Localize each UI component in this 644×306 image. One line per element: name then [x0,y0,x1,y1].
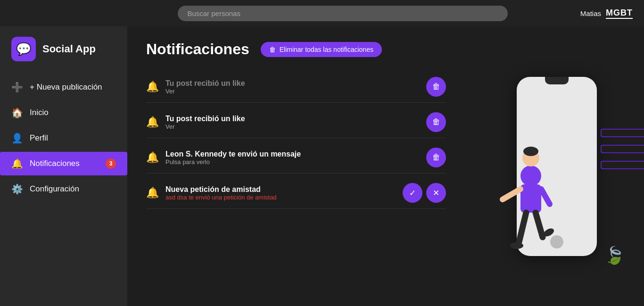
notification-item: 🔔 Nueva petición de amistad asd dsa te e… [146,177,446,209]
bell-icon: 🔔 [146,187,159,199]
user-logo: MGBT [606,8,633,19]
search-input[interactable] [178,6,508,21]
notif-actions: 🗑 [426,148,446,167]
phone-illustration: 🍃 [484,67,625,265]
bell-icon: 🔔 [146,151,159,164]
svg-line-4 [503,189,520,199]
notifications-badge: 3 [106,158,116,169]
user-area: Matias MGBT [580,8,633,19]
content-header: Notificaciones 🗑 Eliminar todas las noti… [146,41,446,58]
reject-friend-request-button[interactable]: ✕ [426,183,446,203]
notif-subtitle: asd dsa te envió una petición de amistad [165,194,396,201]
notification-item: 🔔 Tu post recibió un like Ver 🗑 [146,71,446,103]
phone-line [601,129,644,137]
accept-friend-request-button[interactable]: ✓ [403,183,422,203]
svg-point-0 [520,165,541,186]
clear-all-button[interactable]: 🗑 Eliminar todas las notificaciones [261,42,382,57]
phone-line [601,161,644,169]
nav-label-inicio: Inicio [30,108,49,117]
svg-point-2 [523,147,538,156]
illustration-area: 🍃 [465,26,644,306]
delete-notification-button[interactable]: 🗑 [426,112,446,132]
svg-line-6 [519,213,526,242]
bell-icon: 🔔 [11,158,23,169]
phone-notch [545,77,569,84]
notif-title: Tu post recibió un like [165,115,420,123]
sidebar-logo: 💬 Social App [0,26,127,72]
person-icon: 👤 [11,132,23,144]
delete-notification-button[interactable]: 🗑 [426,148,446,167]
notif-text: Nueva petición de amistad asd dsa te env… [165,185,396,201]
delete-notification-button[interactable]: 🗑 [426,77,446,97]
svg-point-8 [510,242,523,249]
gear-icon: ⚙️ [11,183,23,195]
person-figure [493,138,569,261]
page-title: Notificaciones [146,41,249,58]
svg-line-7 [536,213,543,237]
svg-rect-3 [520,184,541,213]
nav-items: ➕ + Nueva publicación 🏠 Inicio 👤 Perfil … [0,72,127,205]
trash-icon: 🗑 [269,46,276,53]
notif-text: Tu post recibió un like Ver [165,115,420,130]
home-icon: 🏠 [11,107,23,118]
notification-item: 🔔 Tu post recibió un like Ver 🗑 [146,107,446,138]
topbar: Matias MGBT [0,0,644,26]
notif-actions: 🗑 [426,77,446,97]
notif-title: Tu post recibió un like [165,79,420,88]
notif-title: Nueva petición de amistad [165,185,396,194]
notif-subtitle: Ver [165,88,420,95]
sidebar-item-perfil[interactable]: 👤 Perfil [0,126,127,150]
bell-icon: 🔔 [146,81,159,93]
notification-item: 🔔 Leon S. Kennedy te envió un mensaje Pu… [146,142,446,174]
sidebar-item-inicio[interactable]: 🏠 Inicio [0,101,127,124]
notif-text: Leon S. Kennedy te envió un mensaje Puls… [165,150,420,165]
phone-lines [601,129,644,169]
bell-icon: 🔔 [146,116,159,128]
username-label: Matias [580,9,601,17]
clear-all-label: Eliminar todas las notificaciones [280,46,373,53]
nav-label-notificaciones: Notificaciones [30,159,80,168]
notif-text: Tu post recibió un like Ver [165,79,420,95]
notif-title: Leon S. Kennedy te envió un mensaje [165,150,420,158]
notif-actions: ✓ ✕ [403,183,446,203]
content-area: Notificaciones 🗑 Eliminar todas las noti… [127,26,465,306]
svg-line-5 [541,189,550,204]
sidebar-item-nueva-publicacion[interactable]: ➕ + Nueva publicación [0,75,127,99]
search-bar[interactable] [178,6,508,21]
notif-subtitle: Ver [165,123,420,130]
leaf-decoration: 🍃 [604,246,625,265]
notif-actions: 🗑 [426,112,446,132]
phone-line [601,145,644,153]
app-name: Social App [42,43,96,55]
app-logo-icon: 💬 [11,37,36,61]
notif-subtitle: Pulsa para verlo [165,158,420,165]
sidebar-item-notificaciones[interactable]: 🔔 Notificaciones 3 [0,152,127,175]
nav-label-nueva-publicacion: + Nueva publicación [30,83,102,92]
sidebar: 💬 Social App ➕ + Nueva publicación 🏠 Ini… [0,26,127,306]
nav-label-perfil: Perfil [30,133,48,143]
main-layout: 💬 Social App ➕ + Nueva publicación 🏠 Ini… [0,26,644,306]
nav-label-configuracion: Configuración [30,184,79,194]
plus-icon: ➕ [11,82,23,93]
notifications-list: 🔔 Tu post recibió un like Ver 🗑 🔔 Tu pos… [146,71,446,209]
logo-emoji: 💬 [16,42,31,57]
sidebar-item-configuracion[interactable]: ⚙️ Configuración [0,177,127,201]
